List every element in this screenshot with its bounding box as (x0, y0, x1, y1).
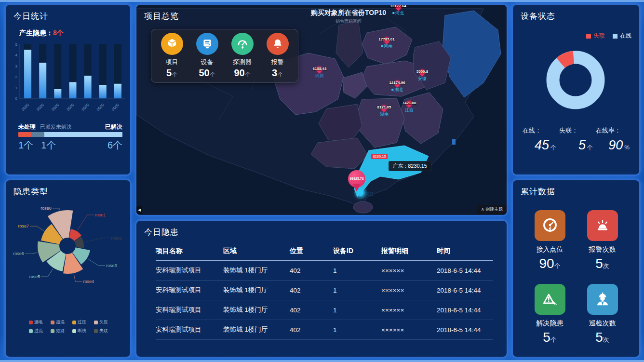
table-cell: 1 (333, 326, 381, 334)
legend-label: 漏电 (34, 319, 43, 325)
svg-text:0: 0 (15, 96, 18, 101)
stat-label: 探测器 (233, 58, 252, 67)
card-value: 90个 (539, 256, 560, 271)
card-icon-tile (535, 284, 565, 315)
legend-swatch-icon (586, 34, 591, 39)
stat-value: 90% (596, 138, 632, 153)
danger-summary-value: 8个 (53, 29, 64, 37)
legend-label: 在线 (620, 32, 631, 40)
table-cell: 安科瑞测试项目 (156, 306, 223, 314)
overview-stat-项目: 项目 5个 (161, 33, 183, 80)
stat-value: 3个 (272, 67, 283, 80)
legend-swatch-icon (94, 321, 98, 324)
table-cell: 2018-6-5 14:44 (437, 326, 493, 334)
legend-swatch-icon (72, 329, 76, 333)
rose-legend-item[interactable]: 欠压 (94, 319, 116, 325)
svg-text:rose6: rose6 (13, 251, 24, 256)
danger-summary-label: 产生隐患： (19, 29, 53, 37)
marker-province: 四川 (315, 73, 324, 78)
svg-text:rose7: rose7 (18, 224, 29, 228)
table-header-cell: 报警明细 (381, 247, 437, 255)
cumulative-cards: 接入点位 90个 报警次数 5次 解决隐患 5个 巡检次数 5次 (525, 210, 627, 345)
legend-label: 欠压 (99, 319, 108, 325)
device-stat: 失联： 5个 (559, 126, 596, 153)
device-legend-item[interactable]: 失联 (586, 32, 605, 40)
stat-value: 5个 (166, 67, 177, 80)
table-header-cell: 区域 (223, 247, 290, 255)
status-label: 已解决 (105, 123, 122, 131)
marker-province: 安徽 (418, 76, 427, 81)
svg-text:0000: 0000 (21, 103, 30, 112)
stat-label: 在线： (523, 126, 559, 135)
rose-legend-item[interactable]: 失联 (94, 328, 116, 334)
rose-legend-item[interactable]: 超温 (51, 319, 72, 325)
table-cell: 402 (290, 287, 333, 294)
stat-value: 50个 (199, 67, 215, 80)
detector-icon (236, 38, 249, 50)
panel-cumulative-data: 累计数据 接入点位 90个 报警次数 5次 解决隐患 5个 巡检次数 5次 (513, 180, 639, 357)
create-theme-button[interactable]: ∧ 创建主题 (477, 205, 507, 214)
table-cell: 1 (333, 307, 381, 314)
table-cell: ×××××× (381, 267, 437, 274)
svg-text:rose5: rose5 (29, 274, 40, 279)
danger-rose-chart: rose1rose2rose3rose4rose5rose6rose7rose8 (7, 184, 129, 306)
legend-swatch-icon (29, 321, 33, 324)
card-icon-tile (587, 210, 618, 241)
panel-title: 项目总览 (144, 11, 179, 22)
table-cell: 2018-6-5 14:44 (437, 307, 493, 314)
table-body: 安科瑞测试项目装饰城 1楼门厅4021××××××2018-6-5 14:44安… (156, 261, 493, 340)
status-value: 1个 (18, 139, 33, 152)
table-cell: ×××××× (381, 307, 437, 314)
status-values: 1个1个6个 (18, 139, 122, 152)
legend-label: 超温 (56, 319, 65, 325)
table-cell: 安科瑞测试项目 (156, 286, 223, 295)
table-header-cell: 设备ID (333, 247, 381, 255)
marker-value: 5500.8 (416, 69, 428, 74)
stat-label: 报警 (271, 58, 284, 67)
table-header-row: 项目名称区域位置设备ID报警明细时间 (156, 242, 493, 261)
rose-legend-item[interactable]: 过压 (72, 319, 94, 325)
svg-text:3: 3 (15, 64, 18, 68)
panel-title: 累计数据 (521, 186, 555, 197)
svg-text:0000: 0000 (96, 103, 105, 112)
marker-province: 湖南 (380, 112, 389, 117)
panel-device-status: 设备状态 失联在线 在线： 45个失联： 5个在线率： 90% (513, 5, 639, 174)
map-value-pill-广东: 8230.15 (371, 154, 388, 159)
table-row: 安科瑞测试项目装饰城 1楼门厅4021××××××2018-6-5 14:44 (156, 300, 493, 320)
worker-icon (593, 290, 612, 308)
marker-value: 7421.08 (402, 100, 416, 106)
overview-stat-探测器: 探测器 90个 (231, 33, 254, 80)
rose-legend-item[interactable]: 漏电 (29, 319, 51, 325)
rose-legend-item[interactable]: 断线 (72, 328, 94, 334)
svg-text:0000: 0000 (36, 103, 45, 112)
stat-value: 90个 (234, 67, 250, 80)
collapse-arrow-button[interactable]: ◀ (136, 206, 142, 214)
legend-swatch-icon (51, 329, 54, 333)
panel-today-dangers: 今日隐患 项目名称区域位置设备ID报警明细时间 安科瑞测试项目装饰城 1楼门厅4… (136, 221, 507, 357)
map-marker-湖南: 8171.05 湖南 (377, 105, 391, 117)
table-cell: ×××××× (381, 287, 437, 294)
card-value: 5次 (595, 256, 609, 271)
table-row: 安科瑞测试项目装饰城 1楼门厅4021××××××2018-6-5 14:44 (156, 281, 493, 300)
legend-swatch-icon (29, 329, 33, 333)
alarm-icon (593, 216, 612, 235)
legend-label: 断线 (78, 328, 86, 334)
svg-text:rose3: rose3 (106, 263, 117, 268)
stat-value: 5个 (559, 138, 596, 153)
panel-project-overview[interactable]: 购买对象所在省份TOP10 销售面积区间 项目总览 项目 5个 设备 50个 探… (136, 5, 507, 215)
cumulative-card-巡检次数: 巡检次数 5次 (578, 284, 627, 345)
rose-legend-item[interactable]: 过流 (29, 328, 51, 334)
legend-swatch-icon (51, 321, 54, 324)
device-legend-item[interactable]: 在线 (613, 32, 631, 40)
table-cell: 装饰城 1楼门厅 (223, 266, 290, 275)
svg-text:1: 1 (15, 86, 18, 90)
box-icon (166, 38, 178, 50)
danger-summary: 产生隐患：8个 (19, 29, 64, 38)
dot-icon (381, 45, 383, 47)
table-cell: 安科瑞测试项目 (156, 325, 223, 334)
table-cell: 1 (333, 287, 381, 294)
marker-value: 17787.01 (378, 37, 394, 42)
legend-swatch-icon (72, 321, 76, 324)
table-cell: 1 (333, 267, 381, 274)
rose-legend-item[interactable]: 短路 (51, 328, 72, 334)
